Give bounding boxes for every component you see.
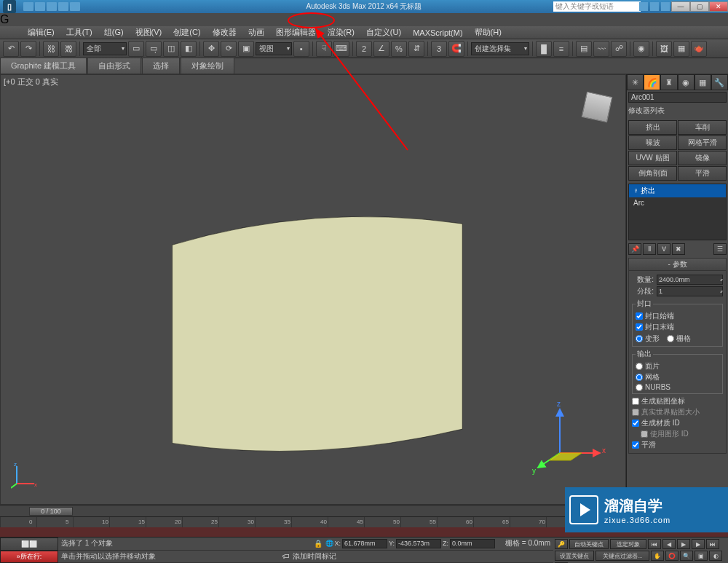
keyboard-icon[interactable]: ⌨ <box>333 41 349 57</box>
tab-create-icon[interactable]: ✳ <box>627 74 644 90</box>
keyfilter-button[interactable]: 关键点过滤器... <box>596 551 649 561</box>
material-editor-icon[interactable]: ◉ <box>633 41 649 57</box>
keymode-icon[interactable]: 🔑 <box>555 539 568 549</box>
prev-frame-icon[interactable]: ◀ <box>662 539 676 549</box>
mod-uvwmap-button[interactable]: UVW 贴图 <box>628 151 677 165</box>
remove-mod-icon[interactable]: ✖ <box>672 243 685 255</box>
snap-percent-icon[interactable]: % <box>391 41 407 57</box>
help-search-input[interactable]: 键入关键字或短语 <box>553 1 641 12</box>
render-icon[interactable]: 🫖 <box>691 41 707 57</box>
object-name-input[interactable] <box>628 92 727 103</box>
real-world-checkbox[interactable]: 真实世界贴图大小 <box>632 407 723 417</box>
ribbon-tab-graphite[interactable]: Graphite 建模工具 <box>0 58 87 74</box>
viewcube[interactable] <box>579 90 615 126</box>
qa-icon[interactable] <box>47 2 57 11</box>
menu-help[interactable]: 帮助(H) <box>469 26 507 39</box>
undo-icon[interactable]: ↶ <box>3 41 19 57</box>
stack-item-extrude[interactable]: ♀ 挤出 <box>629 184 726 197</box>
tab-hierarchy-icon[interactable]: ♜ <box>660 74 677 90</box>
setkey-button[interactable]: 设置关键点 <box>555 551 594 561</box>
nav-zoom-icon[interactable]: 🔍 <box>680 551 693 561</box>
time-slider-handle[interactable]: 0 / 100 <box>29 507 73 516</box>
qa-icon[interactable] <box>70 2 80 11</box>
select-region-icon[interactable]: ◫ <box>163 41 179 57</box>
mod-bevelprofile-button[interactable]: 倒角剖面 <box>628 166 677 181</box>
unlink-icon[interactable]: ⛓̸ <box>60 41 76 57</box>
nav-zext-icon[interactable]: ▣ <box>695 551 708 561</box>
mod-lathe-button[interactable]: 车削 <box>678 120 727 135</box>
smooth-checkbox[interactable]: 平滑 <box>632 440 723 450</box>
ref-coord-dropdown[interactable]: 视图 <box>256 42 292 55</box>
segs-spinner[interactable]: 1 <box>657 286 723 296</box>
star-icon[interactable] <box>650 2 659 11</box>
selkey-dropdown[interactable]: 选定对象 <box>610 539 646 549</box>
viewport[interactable]: [+0 正交 0 真实 z x z x y <box>0 74 626 505</box>
nav-pan-icon[interactable]: ✋ <box>651 551 664 561</box>
snap-2d-icon[interactable]: 2 <box>356 41 372 57</box>
ribbon-tab-select[interactable]: 选择 <box>142 58 180 74</box>
selection-filter-dropdown[interactable]: 全部 <box>83 42 127 55</box>
tab-motion-icon[interactable]: ◉ <box>678 74 695 90</box>
nav-fov-icon[interactable]: ◐ <box>709 551 722 561</box>
layers-icon[interactable]: ▤ <box>576 41 592 57</box>
grid-radio[interactable]: 栅格 <box>667 334 691 344</box>
rotate-icon[interactable]: ⟳ <box>221 41 237 57</box>
out-patch-radio[interactable]: 面片 <box>636 361 719 371</box>
goto-end-icon[interactable]: ⏭ <box>706 539 719 549</box>
modifier-stack[interactable]: ♀ 挤出 Arc <box>628 184 727 240</box>
menu-tools[interactable]: 工具(T) <box>60 26 98 39</box>
schematic-icon[interactable]: ☍ <box>611 41 627 57</box>
mod-extrude-button[interactable]: 挤出 <box>628 120 677 135</box>
qa-icon[interactable] <box>58 2 68 11</box>
tab-modify-icon[interactable]: 🌈 <box>644 74 660 90</box>
app-menu-icon[interactable]: G <box>0 13 728 26</box>
menu-maxscript[interactable]: MAXScript(M) <box>407 26 468 39</box>
gen-map-checkbox[interactable]: 生成贴图坐标 <box>632 396 723 406</box>
use-shape-checkbox[interactable]: 使用图形 ID <box>632 429 723 439</box>
menu-customize[interactable]: 自定义(U) <box>360 26 407 39</box>
play-icon[interactable]: ▶ <box>677 539 690 549</box>
current-line-button[interactable]: » 所在行: <box>0 551 58 564</box>
menu-group[interactable]: 组(G) <box>98 26 130 39</box>
modifier-list-dropdown[interactable]: 修改器列表 <box>628 106 727 117</box>
unique-icon[interactable]: ∀ <box>657 243 670 255</box>
coord-z-input[interactable]: 0.0mm <box>450 539 495 548</box>
curve-editor-icon[interactable]: 〰 <box>593 41 609 57</box>
redo-icon[interactable]: ↷ <box>20 41 36 57</box>
viewport-label[interactable]: [+0 正交 0 真实 <box>4 76 58 87</box>
timetag-icon[interactable]: 🏷 <box>282 552 290 560</box>
tab-display-icon[interactable]: ▦ <box>695 74 711 90</box>
menu-graph[interactable]: 图形编辑器 <box>270 26 322 39</box>
manip-icon[interactable]: ☟ <box>316 41 332 57</box>
select-icon[interactable]: ▭ <box>128 41 144 57</box>
goto-start-icon[interactable]: ⏮ <box>648 539 661 549</box>
coord-x-input[interactable]: 61.678mm <box>342 539 387 548</box>
snap-angle-icon[interactable]: ∠ <box>373 41 389 57</box>
scale-icon[interactable]: ▣ <box>238 41 254 57</box>
info-icon[interactable] <box>639 2 648 11</box>
world-icon[interactable]: 🌐 <box>325 540 333 547</box>
scene-object-surface[interactable] <box>154 202 474 457</box>
pin-stack-icon[interactable]: 📌 <box>628 243 641 255</box>
gen-mat-checkbox[interactable]: 生成材质 ID <box>632 418 723 428</box>
align-icon[interactable]: ≡ <box>553 41 569 57</box>
mod-mirror-button[interactable]: 镜像 <box>678 151 727 165</box>
show-end-icon[interactable]: Ⅱ <box>643 243 656 255</box>
link-icon[interactable]: ⛓ <box>43 41 59 57</box>
ribbon-tab-freeform[interactable]: 自由形式 <box>87 58 141 74</box>
snap-3d-icon[interactable]: 3 <box>431 41 447 57</box>
add-time-tag[interactable]: 添加时间标记 <box>293 551 336 562</box>
mod-smooth-button[interactable]: 平滑 <box>678 166 727 181</box>
select-name-icon[interactable]: ▭̩ <box>146 41 162 57</box>
next-frame-icon[interactable]: ▶ <box>692 539 705 549</box>
configure-sets-icon[interactable]: ☰ <box>713 243 727 255</box>
qa-icon[interactable] <box>23 2 33 11</box>
maximize-button[interactable]: ▢ <box>690 1 709 12</box>
out-mesh-radio[interactable]: 网格 <box>636 372 719 382</box>
mirror-icon[interactable]: ▐▌ <box>536 41 552 57</box>
morph-radio[interactable]: 变形 <box>636 334 660 344</box>
menu-view[interactable]: 视图(V) <box>130 26 168 39</box>
help-icon[interactable] <box>661 2 670 11</box>
named-sel-dropdown[interactable]: 创建选择集 <box>471 42 529 55</box>
coord-y-input[interactable]: -436.573m <box>396 539 441 548</box>
